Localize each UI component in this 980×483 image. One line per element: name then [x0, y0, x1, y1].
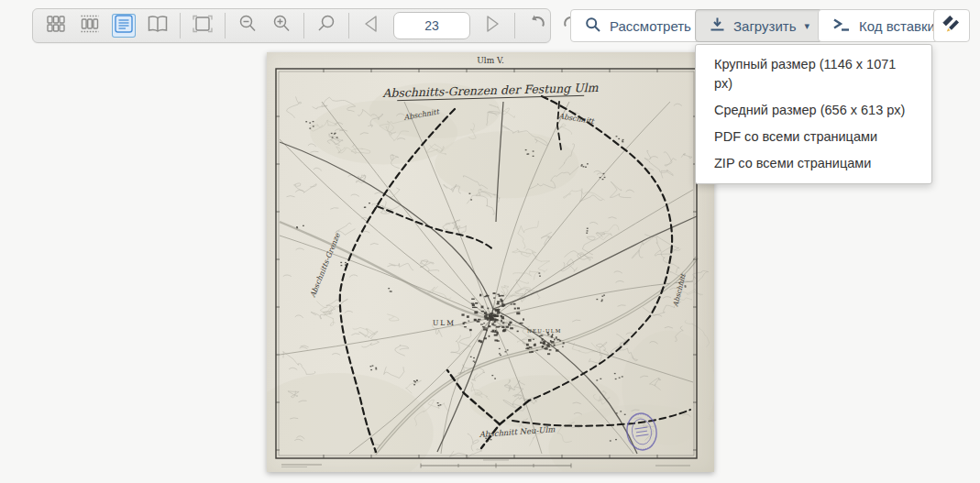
filmstrip-view-button[interactable] [78, 14, 102, 38]
fit-screen-button[interactable] [191, 14, 215, 38]
map-city-label-neu-ulm: NEU-ULM [527, 328, 562, 334]
rotate-ccw-icon [525, 13, 549, 38]
zoom-out-button[interactable] [236, 14, 259, 38]
triangle-left-icon [360, 13, 382, 38]
toolbar-separator [348, 13, 349, 38]
magnifier-minus-icon [237, 13, 259, 38]
menu-item-zip-all[interactable]: ZIP со всеми страницами [696, 150, 931, 177]
magnifier-tool-button[interactable] [314, 14, 338, 38]
magnifier-plus-icon [270, 13, 292, 38]
embed-code-button-label: Код вставки [859, 18, 935, 34]
download-tray-icon [710, 16, 725, 35]
toolbar-separator [180, 13, 181, 38]
review-button-label: Рассмотреть [610, 18, 691, 34]
triangle-right-icon [481, 13, 503, 38]
pencil-icon [942, 16, 961, 37]
menu-item-pdf-all[interactable]: PDF со всеми страницами [696, 124, 931, 150]
terminal-prompt-icon [832, 17, 851, 35]
two-page-view-button[interactable] [146, 14, 170, 38]
single-page-view-button[interactable] [112, 14, 136, 38]
review-button[interactable]: Рассмотреть [570, 9, 706, 42]
book-icon [146, 13, 170, 38]
download-dropdown-menu: Крупный размер (1146 x 1071 px) Средний … [695, 44, 932, 184]
map-handwritten-heading: Abschnitts-Grenzen der Festung Ulm [381, 81, 599, 100]
map-sheet-title: Ulm V. [477, 56, 504, 65]
zoom-in-button[interactable] [270, 14, 293, 38]
chevron-down-icon: ▾ [805, 21, 810, 31]
menu-item-large-size[interactable]: Крупный размер (1146 x 1071 px) [696, 51, 931, 97]
next-page-button[interactable] [480, 14, 504, 38]
map-annotation: Abschnitt [671, 272, 688, 308]
single-page-icon [114, 14, 134, 38]
embed-code-button[interactable]: Код вставки [818, 9, 950, 42]
map-page-image[interactable]: Ulm V. Abschnitts-Grenzen der Festung Ul… [267, 52, 714, 472]
menu-item-medium-size[interactable]: Средний размер (656 x 613 px) [696, 97, 931, 124]
map-city-label-ulm: ULM [433, 319, 456, 327]
map-scale-bar [421, 460, 571, 468]
thumbnails-view-button[interactable] [44, 14, 68, 38]
map-annotation: Abschnitt Neu-Ulm [478, 424, 556, 439]
toolbar-separator [303, 13, 304, 38]
toolbar-separator [514, 13, 515, 38]
grid-icon [45, 13, 67, 38]
toolbar-separator [225, 13, 226, 38]
previous-page-button[interactable] [359, 14, 383, 38]
fit-screen-icon [191, 13, 215, 38]
search-icon [585, 16, 601, 36]
filmstrip-icon [79, 13, 101, 38]
rotate-ccw-button[interactable] [525, 14, 549, 38]
edit-button[interactable] [933, 9, 970, 42]
page-number-input[interactable] [393, 12, 470, 39]
download-menu-button-label: Загрузить [733, 18, 797, 34]
viewer-toolbar [32, 8, 551, 43]
magnifier-icon [315, 13, 337, 38]
download-menu-button[interactable]: Загрузить ▾ [695, 9, 824, 42]
